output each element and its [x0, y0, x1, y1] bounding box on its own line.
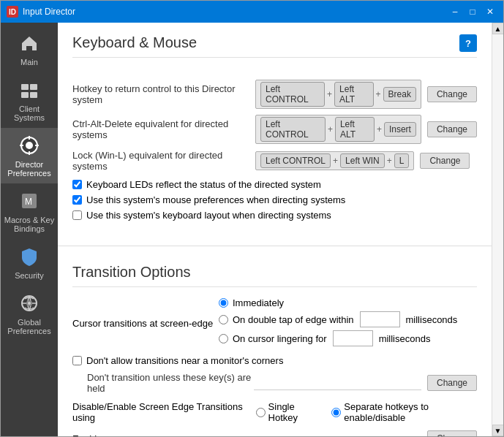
enable-row: Enable Change — [72, 430, 477, 436]
scroll-track-v — [492, 34, 504, 425]
dont-allow-label[interactable]: Don't allow transitions near a monitor's… — [86, 355, 283, 366]
main-content: Main Client Systems — [1, 23, 503, 436]
checkbox-led-label[interactable]: Keyboard LEDs reflect the status of the … — [86, 179, 321, 190]
radio-linger-label[interactable]: On cursor lingering for — [233, 333, 327, 344]
radio-double-tap-label[interactable]: On double tap of edge within — [233, 314, 354, 325]
sidebar-item-global-prefs-label: Global Preferences — [4, 318, 55, 335]
checkbox-mouse[interactable] — [72, 195, 82, 205]
radio-separate-hotkeys-label[interactable]: Separate hotkeys to enable/disable — [344, 401, 477, 423]
maximize-button[interactable]: □ — [465, 4, 480, 19]
checkbox-led-row: Keyboard LEDs reflect the status of the … — [72, 179, 477, 190]
key-left-ctrl-1: Left CONTROL — [260, 82, 325, 107]
key-left-alt-1: Left ALT — [334, 82, 374, 107]
svg-point-15 — [28, 302, 31, 305]
keyboard-mouse-section: ? Keyboard & Mouse Hotkey to return cont… — [58, 23, 492, 237]
svg-text:M: M — [25, 197, 32, 207]
content-panel: ? Keyboard & Mouse Hotkey to return cont… — [58, 23, 492, 436]
director-prefs-icon — [18, 134, 41, 157]
linger-ms-input[interactable] — [333, 330, 373, 346]
app-window: ID Input Director – □ ✕ Main — [0, 0, 504, 437]
svg-point-5 — [26, 142, 33, 149]
app-icon: ID — [7, 6, 18, 18]
checkbox-keyboard-row: Use this system's keyboard layout when d… — [72, 210, 477, 221]
svg-rect-7 — [29, 151, 30, 155]
checkbox-led[interactable] — [72, 180, 82, 189]
lock-display: Left CONTROL + Left WIN + L — [255, 151, 414, 170]
double-tap-ms-label: milliseconds — [406, 314, 458, 325]
svg-rect-8 — [20, 145, 23, 146]
hotkey-return-display: Left CONTROL + Left ALT + Break — [255, 80, 421, 109]
hotkey-return-row: Hotkey to return control to this Directo… — [72, 80, 477, 109]
enable-change-button[interactable]: Change — [427, 430, 477, 436]
keys-held-row: Don't transition unless these key(s) are… — [72, 372, 477, 394]
sidebar-item-macros[interactable]: M Macros & Key Bindings — [1, 183, 58, 239]
checkbox-keyboard[interactable] — [72, 210, 82, 220]
dont-allow-row: Don't allow transitions near a monitor's… — [72, 355, 477, 366]
cursor-transition-row: Cursor transitions at screen-edge Immedi… — [72, 297, 477, 349]
sidebar-item-security-label: Security — [15, 271, 44, 280]
cursor-transition-options: Immediately On double tap of edge within… — [219, 297, 457, 349]
double-tap-ms-input[interactable] — [360, 311, 400, 327]
radio-single-hotkey[interactable] — [256, 408, 266, 417]
sidebar-item-client-systems[interactable]: Client Systems — [1, 72, 58, 128]
sidebar-item-main[interactable]: Main — [1, 26, 58, 72]
close-button[interactable]: ✕ — [483, 4, 497, 19]
change-hotkey-return-button[interactable]: Change — [427, 86, 477, 102]
lock-label: Lock (Win-L) equivalent for directed sys… — [72, 150, 255, 172]
svg-rect-6 — [29, 136, 30, 140]
sidebar-item-main-label: Main — [20, 58, 38, 66]
radio-separate-hotkeys-row: Separate hotkeys to enable/disable — [331, 401, 477, 423]
keyboard-mouse-title: Keyboard & Mouse — [72, 34, 477, 58]
checkbox-keyboard-label[interactable]: Use this system's keyboard layout when d… — [86, 210, 331, 221]
sidebar-item-global-prefs[interactable]: Global Preferences — [1, 286, 58, 341]
enable-input[interactable] — [146, 431, 421, 436]
sidebar-item-client-systems-label: Client Systems — [4, 104, 55, 122]
vertical-scrollbar[interactable]: ▲ ▼ — [492, 23, 503, 436]
security-icon — [18, 245, 41, 268]
home-icon — [18, 31, 41, 55]
section-divider — [58, 246, 492, 246]
svg-rect-1 — [30, 84, 37, 90]
scroll-down-button[interactable]: ▼ — [492, 425, 504, 436]
scroll-up-button[interactable]: ▲ — [492, 23, 504, 34]
transition-options-section: Transition Options Cursor transitions at… — [58, 255, 492, 436]
key-l: L — [394, 153, 410, 168]
minimize-button[interactable]: – — [448, 4, 462, 19]
radio-immediately-label[interactable]: Immediately — [233, 297, 284, 308]
checkbox-corners[interactable] — [72, 356, 82, 365]
title-bar: ID Input Director – □ ✕ — [1, 1, 503, 23]
change-ctrl-alt-del-button[interactable]: Change — [427, 121, 477, 137]
sidebar-item-macros-label: Macros & Key Bindings — [4, 216, 55, 233]
checkbox-mouse-label[interactable]: Use this system's mouse preferences when… — [86, 194, 345, 205]
screen-edge-radio-group: Single Hotkey Separate hotkeys to enable… — [256, 401, 477, 423]
transition-title: Transition Options — [72, 264, 477, 287]
keys-held-change-button[interactable]: Change — [427, 375, 477, 391]
radio-immediately-row: Immediately — [219, 297, 457, 308]
help-button[interactable]: ? — [459, 34, 477, 52]
radio-immediately[interactable] — [219, 298, 228, 308]
client-systems-icon — [18, 78, 41, 102]
radio-linger[interactable] — [219, 334, 228, 343]
svg-rect-9 — [35, 145, 39, 146]
key-left-alt-2: Left ALT — [335, 117, 375, 142]
enable-label: Enable — [72, 433, 146, 437]
title-controls: – □ ✕ — [448, 4, 497, 19]
sidebar-item-director-preferences[interactable]: Director Preferences — [1, 128, 58, 183]
svg-rect-3 — [30, 92, 37, 98]
key-left-ctrl-3: Left CONTROL — [260, 153, 331, 168]
screen-edge-row: Disable/Enable Screen Edge Transitions u… — [72, 401, 477, 423]
key-insert: Insert — [384, 122, 416, 137]
sidebar-item-security[interactable]: Security — [1, 239, 58, 286]
key-left-ctrl-2: Left CONTROL — [260, 117, 326, 142]
keys-held-input[interactable] — [254, 376, 421, 390]
sidebar: Main Client Systems — [1, 23, 58, 436]
lock-row: Lock (Win-L) equivalent for directed sys… — [72, 150, 477, 172]
radio-double-tap[interactable] — [219, 315, 228, 324]
checkbox-mouse-row: Use this system's mouse preferences when… — [72, 194, 477, 205]
cursor-transition-label: Cursor transitions at screen-edge — [72, 318, 219, 329]
radio-separate-hotkeys[interactable] — [331, 408, 341, 417]
change-lock-button[interactable]: Change — [420, 153, 470, 169]
global-prefs-icon — [18, 292, 41, 315]
radio-single-hotkey-label[interactable]: Single Hotkey — [268, 401, 320, 423]
radio-double-tap-row: On double tap of edge within millisecond… — [219, 311, 457, 327]
